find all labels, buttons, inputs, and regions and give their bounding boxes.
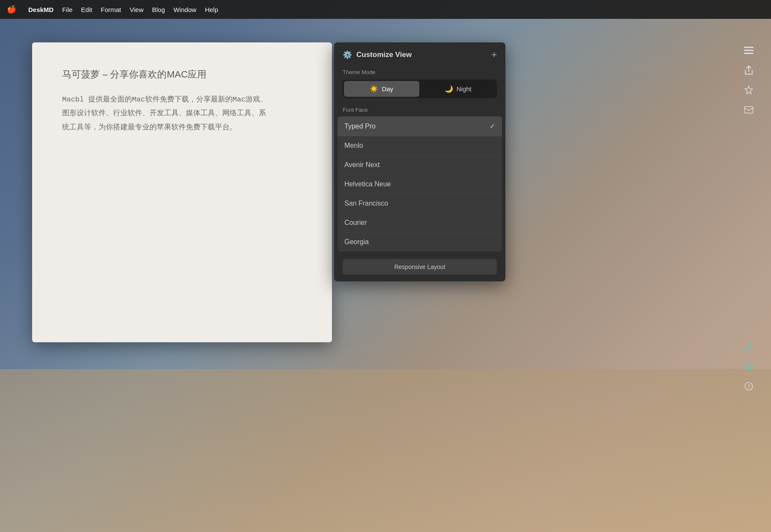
star-icon-button[interactable] [741, 82, 757, 98]
theme-toggle: ☀️ Day 🌙 Night [343, 80, 497, 98]
day-label: Day [382, 85, 393, 93]
moon-icon: 🌙 [445, 85, 453, 93]
document-body: Macbl 提供最全面的Mac软件免费下载，分享最新的Mac游戏、 图形设计软件… [62, 93, 302, 134]
list-icon-button[interactable] [741, 42, 757, 59]
font-face-section: Font Face Typed Pro ✓ Menlo Avenir Next … [334, 105, 505, 255]
customize-title: Customize View [356, 51, 487, 59]
font-name-georgia: Georgia [344, 238, 369, 246]
font-name-helvetica-neue: Helvetica Neue [344, 180, 391, 188]
theme-mode-section: Theme Mode ☀️ Day 🌙 Night [334, 67, 505, 105]
font-item-courier[interactable]: Courier [338, 213, 502, 233]
doc-line-2: 图形设计软件、行业软件、开发工具、媒体工具、网络工具、系 [62, 107, 302, 120]
font-name-menlo: Menlo [344, 142, 363, 149]
svg-rect-3 [744, 107, 753, 113]
font-item-avenir-next[interactable]: Avenir Next [338, 155, 502, 175]
file-menu[interactable]: File [58, 4, 77, 15]
apple-menu[interactable]: 🍎 [7, 5, 16, 14]
svg-rect-2 [744, 53, 753, 54]
day-theme-button[interactable]: ☀️ Day [344, 81, 419, 97]
night-label: Night [457, 85, 472, 93]
theme-mode-label: Theme Mode [343, 69, 497, 75]
font-name-avenir-next: Avenir Next [344, 161, 380, 169]
night-theme-button[interactable]: 🌙 Night [421, 81, 496, 97]
svg-text:?: ? [747, 384, 750, 390]
font-name-courier: Courier [344, 219, 367, 227]
svg-point-4 [747, 365, 750, 368]
checkmark-icon: ✓ [490, 122, 495, 130]
right-sidebar: ? [739, 42, 758, 395]
mail-icon-button[interactable] [741, 102, 757, 118]
edit-icon-button[interactable] [741, 339, 757, 355]
deskmd-menu[interactable]: DeskMD [24, 4, 58, 15]
font-name-san-francisco: San Francisco [344, 200, 388, 207]
view-menu[interactable]: View [126, 4, 148, 15]
customize-panel: ⚙️ Customize View + Theme Mode ☀️ Day 🌙 … [334, 42, 505, 281]
font-item-typed-pro[interactable]: Typed Pro ✓ [338, 117, 502, 136]
doc-line-1: Macbl 提供最全面的Mac软件免费下载，分享最新的Mac游戏、 [62, 93, 302, 107]
customize-gear-icon: ⚙️ [343, 50, 352, 60]
font-item-menlo[interactable]: Menlo [338, 136, 502, 155]
add-button[interactable]: + [491, 49, 497, 60]
font-list: Typed Pro ✓ Menlo Avenir Next Helvetica … [338, 117, 502, 251]
document-panel: 马可菠萝 – 分享你喜欢的MAC应用 Macbl 提供最全面的Mac软件免费下载… [32, 42, 332, 342]
menubar: 🍎 DeskMD File Edit Format View Blog Wind… [0, 0, 771, 19]
svg-rect-1 [744, 50, 753, 51]
edit-menu[interactable]: Edit [77, 4, 96, 15]
sun-icon: ☀️ [370, 85, 378, 93]
doc-line-3: 统工具等，为你搭建最专业的苹果软件免费下载平台。 [62, 121, 302, 134]
blog-menu[interactable]: Blog [148, 4, 169, 15]
help-menu[interactable]: Help [200, 4, 222, 15]
format-menu[interactable]: Format [96, 4, 126, 15]
main-area: 马可菠萝 – 分享你喜欢的MAC应用 Macbl 提供最全面的Mac软件免费下载… [0, 19, 771, 532]
help-icon-button[interactable]: ? [741, 378, 757, 395]
document-title: 马可菠萝 – 分享你喜欢的MAC应用 [62, 68, 302, 81]
font-face-label: Font Face [338, 105, 502, 117]
font-name-typed-pro: Typed Pro [344, 123, 376, 130]
window-menu[interactable]: Window [169, 4, 200, 15]
svg-rect-0 [744, 47, 753, 48]
eye-icon-button[interactable] [741, 359, 757, 375]
font-item-san-francisco[interactable]: San Francisco [338, 194, 502, 213]
share-icon-button[interactable] [741, 62, 757, 78]
font-item-helvetica-neue[interactable]: Helvetica Neue [338, 175, 502, 194]
customize-header: ⚙️ Customize View + [334, 42, 505, 67]
responsive-layout-button[interactable]: Responsive Layout [343, 259, 497, 275]
font-item-georgia[interactable]: Georgia [338, 233, 502, 251]
